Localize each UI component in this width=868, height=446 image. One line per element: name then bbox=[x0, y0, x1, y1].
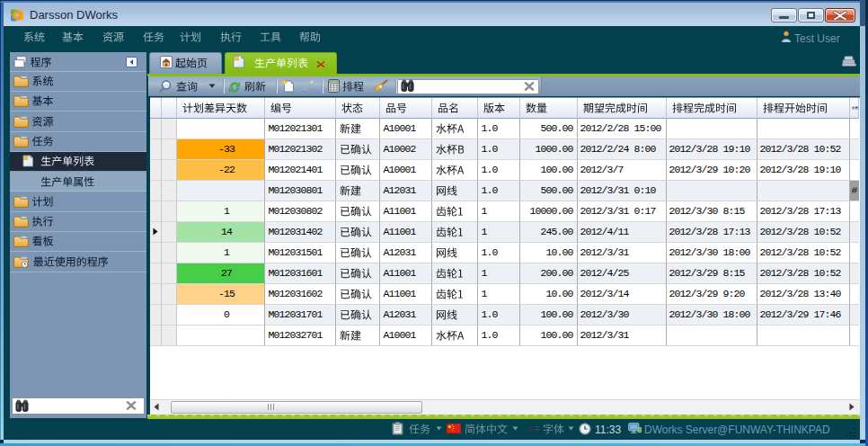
svg-text:A: A bbox=[527, 424, 534, 435]
